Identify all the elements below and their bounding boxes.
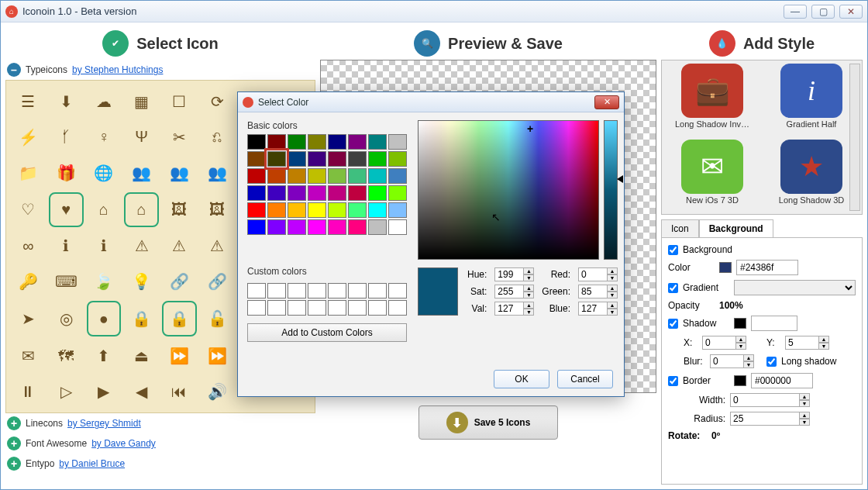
expand-icon[interactable]: + <box>7 437 21 450</box>
basic-color-swatch[interactable] <box>267 202 286 218</box>
basic-color-swatch[interactable] <box>368 185 387 201</box>
lock-fill-icon[interactable]: 🔒 <box>162 301 197 336</box>
background-checkbox[interactable] <box>668 245 678 255</box>
gradient-select[interactable] <box>734 280 856 295</box>
preset-ios7-3d[interactable]: ✉New iOs 7 3D <box>665 140 760 211</box>
basic-color-swatch[interactable] <box>308 168 326 184</box>
border-color-input[interactable] <box>751 373 813 388</box>
basic-color-swatch[interactable] <box>267 151 286 167</box>
basic-color-swatch[interactable] <box>368 219 387 235</box>
cancel-button[interactable]: Cancel <box>557 370 613 388</box>
hue-input[interactable] <box>494 267 524 281</box>
blur-input[interactable] <box>710 354 744 368</box>
add-to-custom-button[interactable]: Add to Custom Colors <box>247 323 407 342</box>
basic-color-swatch[interactable] <box>388 219 407 235</box>
basic-color-swatch[interactable] <box>348 151 367 167</box>
border-radius-input[interactable] <box>730 412 800 426</box>
basic-color-swatch[interactable] <box>368 151 387 167</box>
basic-color-swatch[interactable] <box>348 134 367 150</box>
basic-color-swatch[interactable] <box>388 134 407 150</box>
basic-color-swatch[interactable] <box>328 151 346 167</box>
basic-color-swatch[interactable] <box>388 202 407 218</box>
home-fill-icon[interactable]: ⌂ <box>124 192 159 227</box>
basic-color-swatch[interactable] <box>348 202 367 218</box>
opacity-value[interactable]: 100% <box>719 300 743 311</box>
custom-colors-grid[interactable] <box>247 283 407 316</box>
basic-color-swatch[interactable] <box>288 134 306 150</box>
basic-color-swatch[interactable] <box>328 134 346 150</box>
author-link[interactable]: by Stephen Hutchings <box>72 64 163 75</box>
basic-color-swatch[interactable] <box>328 202 346 218</box>
pin-fill-icon[interactable]: ● <box>87 301 122 336</box>
preset-long-shadow-inv[interactable]: 💼Long Shadow Inv… <box>665 64 760 135</box>
basic-color-swatch[interactable] <box>267 134 286 150</box>
basic-color-swatch[interactable] <box>288 219 306 235</box>
sv-picker[interactable]: + <box>418 120 599 260</box>
border-color-swatch[interactable] <box>734 375 746 386</box>
basic-color-swatch[interactable] <box>308 202 326 218</box>
green-input[interactable] <box>578 285 608 298</box>
basic-color-swatch[interactable] <box>308 219 326 235</box>
basic-color-swatch[interactable] <box>288 151 306 167</box>
basic-color-swatch[interactable] <box>348 168 367 184</box>
red-input[interactable] <box>578 267 608 281</box>
long-shadow-checkbox[interactable] <box>766 357 777 367</box>
basic-color-swatch[interactable] <box>328 219 346 235</box>
preset-long-shadow-3d[interactable]: ★Long Shadow 3D <box>764 140 859 211</box>
basic-color-swatch[interactable] <box>308 151 326 167</box>
basic-color-swatch[interactable] <box>288 185 306 201</box>
border-checkbox[interactable] <box>668 376 678 386</box>
save-button[interactable]: ⬇ Save 5 Icons <box>418 405 558 440</box>
expand-icon[interactable]: + <box>7 457 21 471</box>
bg-color-input[interactable] <box>736 260 798 275</box>
basic-color-swatch[interactable] <box>388 168 407 184</box>
shadow-color-swatch[interactable] <box>734 318 746 329</box>
maximize-button[interactable]: ▢ <box>811 5 835 19</box>
basic-color-swatch[interactable] <box>267 219 286 235</box>
close-button[interactable]: ✕ <box>839 5 863 19</box>
tab-icon[interactable]: Icon <box>661 219 699 237</box>
tab-background[interactable]: Background <box>699 219 773 237</box>
gradient-checkbox[interactable] <box>668 283 678 293</box>
heart-fill-icon[interactable]: ♥ <box>49 192 84 227</box>
grid-icon[interactable]: ☰ <box>11 85 46 118</box>
iconset-entypo[interactable]: +Entypoby Daniel Bruce <box>5 454 315 474</box>
collapse-icon[interactable]: – <box>7 63 21 77</box>
val-input[interactable] <box>494 302 524 316</box>
hue-slider[interactable] <box>604 120 618 260</box>
iconset-linecons[interactable]: +Lineconsby Sergey Shmidt <box>5 413 315 433</box>
shadow-color-input[interactable] <box>751 316 797 331</box>
basic-color-swatch[interactable] <box>368 134 387 150</box>
basic-color-swatch[interactable] <box>348 219 367 235</box>
basic-color-swatch[interactable] <box>308 134 326 150</box>
preset-gradient-half[interactable]: iGradient Half <box>764 64 859 135</box>
ok-button[interactable]: OK <box>494 370 549 388</box>
basic-color-swatch[interactable] <box>288 202 306 218</box>
basic-color-swatch[interactable] <box>247 219 266 235</box>
basic-color-swatch[interactable] <box>247 202 266 218</box>
shadow-checkbox[interactable] <box>668 319 678 329</box>
basic-color-swatch[interactable] <box>247 134 266 150</box>
basic-color-swatch[interactable] <box>288 168 306 184</box>
basic-color-swatch[interactable] <box>308 185 326 201</box>
basic-color-swatch[interactable] <box>388 151 407 167</box>
minimize-button[interactable]: — <box>784 5 807 19</box>
basic-colors-grid[interactable] <box>247 134 407 235</box>
sat-input[interactable] <box>494 285 524 298</box>
blue-input[interactable] <box>578 302 608 316</box>
basic-color-swatch[interactable] <box>348 185 367 201</box>
rotate-value[interactable]: 0º <box>711 430 720 441</box>
basic-color-swatch[interactable] <box>368 168 387 184</box>
bg-color-swatch[interactable] <box>719 262 732 273</box>
dialog-close-button[interactable]: ✕ <box>594 95 619 109</box>
basic-color-swatch[interactable] <box>388 185 407 201</box>
basic-color-swatch[interactable] <box>328 168 346 184</box>
basic-color-swatch[interactable] <box>247 151 266 167</box>
basic-color-swatch[interactable] <box>247 168 266 184</box>
basic-color-swatch[interactable] <box>368 202 387 218</box>
iconset-fontawesome[interactable]: +Font Awesomeby Dave Gandy <box>5 433 315 454</box>
basic-color-swatch[interactable] <box>267 168 286 184</box>
shadow-x-input[interactable] <box>702 336 736 350</box>
shadow-y-input[interactable] <box>785 336 819 350</box>
iconset-typeicons[interactable]: – Typeicons by Stephen Hutchings <box>5 60 315 80</box>
